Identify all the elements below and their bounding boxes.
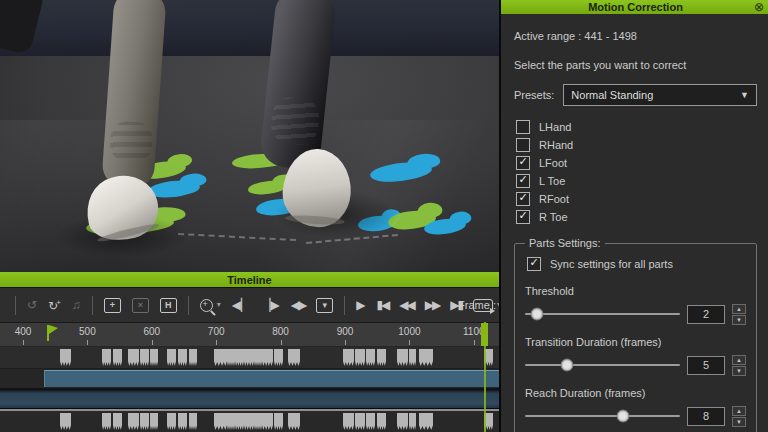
next-clip-edge-icon[interactable]: ▕▶: [261, 299, 279, 311]
close-icon[interactable]: ⊗: [754, 0, 764, 14]
slider-track[interactable]: [525, 313, 680, 315]
collect-clip-icon[interactable]: ▾: [316, 298, 333, 313]
keyframe-marker[interactable]: [214, 413, 227, 430]
keyframe-marker[interactable]: [409, 413, 416, 430]
part-checkbox-rfoot[interactable]: RFoot: [516, 190, 757, 207]
slider-thumb[interactable]: [531, 308, 544, 321]
keyframe-marker[interactable]: [343, 349, 354, 366]
keyframe-marker[interactable]: [244, 349, 254, 366]
checkbox-icon[interactable]: [516, 120, 530, 134]
keyframe-marker[interactable]: [262, 413, 273, 430]
keyframe-marker[interactable]: [150, 413, 158, 430]
slider-track[interactable]: [525, 415, 680, 417]
break-clip-icon[interactable]: H: [160, 298, 177, 313]
zoom-timeline-icon[interactable]: [200, 299, 213, 312]
keyframe-marker[interactable]: [102, 413, 111, 430]
keyframe-marker[interactable]: [167, 413, 176, 430]
part-checkbox-rhand[interactable]: RHand: [516, 136, 757, 153]
slider-value-field[interactable]: 8: [687, 407, 725, 426]
keyframe-marker[interactable]: [235, 349, 244, 366]
play-button[interactable]: ▶: [356, 299, 365, 311]
keyframe-marker[interactable]: [409, 349, 416, 366]
keyframe-marker[interactable]: [244, 413, 254, 430]
part-checkbox-lhand[interactable]: LHand: [516, 118, 757, 135]
3d-viewport[interactable]: [0, 0, 499, 272]
presets-dropdown[interactable]: Normal Standing ▼: [563, 84, 757, 106]
part-checkbox-lfoot[interactable]: LFoot: [516, 154, 757, 171]
panel-titlebar[interactable]: Motion Correction ⊗: [501, 0, 768, 14]
slider-value-field[interactable]: 2: [687, 305, 725, 324]
range-start-flag[interactable]: [47, 325, 49, 341]
checkbox-icon[interactable]: [516, 192, 530, 206]
keyframe-marker[interactable]: [189, 413, 197, 430]
keyframe-marker[interactable]: [419, 349, 433, 366]
spinner-down-icon[interactable]: ▼: [732, 417, 746, 427]
keyframe-marker[interactable]: [262, 349, 273, 366]
keyframe-marker[interactable]: [254, 349, 262, 366]
keyframe-marker[interactable]: [128, 413, 139, 430]
spinner-up-icon[interactable]: ▲: [732, 406, 746, 416]
keyframe-marker[interactable]: [254, 413, 262, 430]
keyframe-marker[interactable]: [178, 413, 187, 430]
keyframe-marker[interactable]: [377, 413, 386, 430]
spinner-up-icon[interactable]: ▲: [732, 355, 746, 365]
keyframe-marker[interactable]: [419, 413, 433, 430]
keyframe-marker[interactable]: [343, 413, 354, 430]
checkbox-icon[interactable]: [516, 210, 530, 224]
keyframe-marker[interactable]: [113, 349, 122, 366]
keyframe-marker[interactable]: [274, 413, 283, 430]
keyframe-marker[interactable]: [140, 349, 149, 366]
part-checkbox-l-toe[interactable]: L Toe: [516, 172, 757, 189]
keyframe-marker[interactable]: [214, 349, 227, 366]
keyframe-marker[interactable]: [288, 349, 300, 366]
keyframe-marker[interactable]: [60, 349, 71, 366]
zoom-options-caret-icon[interactable]: ▾: [217, 301, 221, 309]
add-loop-icon[interactable]: ↻: [48, 299, 61, 312]
keyframe-marker[interactable]: [355, 413, 365, 430]
prev-frame-button[interactable]: ◀◀: [399, 299, 413, 311]
loop-clip-icon[interactable]: ↺: [27, 299, 37, 311]
keyframe-marker[interactable]: [167, 349, 176, 366]
range-track[interactable]: [0, 389, 499, 409]
keyframe-marker[interactable]: [366, 349, 375, 366]
keyframe-marker[interactable]: [113, 413, 122, 430]
delete-track-icon[interactable]: ×: [132, 298, 149, 313]
sync-settings-checkbox[interactable]: Sync settings for all parts: [527, 255, 746, 272]
prev-clip-edge-icon[interactable]: ◀▏: [232, 299, 250, 311]
keyframe-marker[interactable]: [189, 349, 197, 366]
checkbox-icon[interactable]: [516, 174, 530, 188]
clip-track[interactable]: [0, 369, 499, 389]
keyframe-marker[interactable]: [140, 413, 149, 430]
spinner-down-icon[interactable]: ▼: [732, 366, 746, 376]
slider-track[interactable]: [525, 364, 680, 366]
keyframe-marker[interactable]: [178, 349, 187, 366]
keyframe-marker[interactable]: [60, 413, 71, 430]
keyframe-marker[interactable]: [102, 349, 111, 366]
spinner-down-icon[interactable]: ▼: [732, 315, 746, 325]
add-track-icon[interactable]: +: [104, 298, 121, 313]
keyframe-marker[interactable]: [227, 349, 235, 366]
slider-thumb[interactable]: [560, 359, 573, 372]
part-checkbox-r-toe[interactable]: R Toe: [516, 208, 757, 225]
motion-clip[interactable]: [44, 370, 499, 387]
go-to-start-button[interactable]: ▮◀: [376, 299, 388, 311]
keyframe-marker[interactable]: [235, 413, 244, 430]
keyframe-marker[interactable]: [355, 349, 365, 366]
keyframe-marker[interactable]: [397, 413, 408, 430]
keyframe-marker[interactable]: [397, 349, 408, 366]
checkbox-icon[interactable]: [516, 138, 530, 152]
keyframe-track-top[interactable]: [0, 347, 499, 369]
slider-thumb[interactable]: [616, 410, 629, 423]
keyframe-marker[interactable]: [377, 349, 386, 366]
slider-value-field[interactable]: 5: [687, 356, 725, 375]
timeline-ruler[interactable]: 40050060070080090010001100: [0, 323, 499, 347]
playhead-line[interactable]: [484, 322, 486, 432]
next-frame-button[interactable]: ▶▶: [425, 299, 439, 311]
checkbox-icon[interactable]: [516, 156, 530, 170]
keyframe-marker[interactable]: [227, 413, 235, 430]
keyframe-marker[interactable]: [274, 349, 283, 366]
fit-range-icon[interactable]: ◀▶: [291, 299, 305, 311]
keyframe-marker[interactable]: [150, 349, 158, 366]
keyframe-marker[interactable]: [288, 413, 300, 430]
spinner-up-icon[interactable]: ▲: [732, 304, 746, 314]
